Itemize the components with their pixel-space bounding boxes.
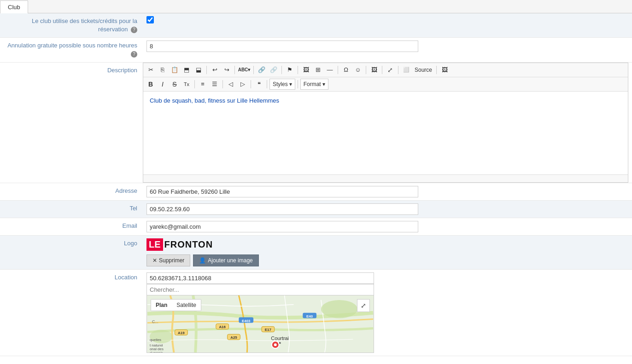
paste-plain-button[interactable]: ⬒ (181, 64, 192, 75)
svg-point-1 (321, 300, 357, 318)
separator2 (234, 66, 235, 74)
tel-label: Tel (0, 201, 143, 216)
unordered-list-button[interactable]: ☰ (209, 79, 220, 90)
map-plan-button[interactable]: Plan (151, 300, 172, 311)
separator13 (251, 80, 251, 88)
unlink-button[interactable]: 🔗 (268, 64, 279, 75)
map-container[interactable]: E40 E403 E40 A16 E17 A19 A25 (146, 295, 374, 353)
annulation-help-icon[interactable]: ? (131, 51, 137, 58)
separator7 (366, 66, 366, 74)
remove-format-button[interactable]: Tx (181, 79, 192, 90)
separator9 (398, 66, 398, 74)
tickets-label: Le club utilise des tickets/crédits pour… (0, 13, 143, 37)
redo-button[interactable]: ↪ (221, 64, 232, 75)
separator11 (194, 80, 195, 88)
form-section: Le club utilise des tickets/crédits pour… (0, 13, 632, 356)
map-search-input[interactable] (146, 284, 374, 295)
link-button[interactable]: 🔗 (256, 64, 267, 75)
svg-text:onal des: onal des (150, 347, 164, 351)
embed-image-button[interactable]: 🖼 (369, 64, 380, 75)
email-input-cell: yarekc@gmail.com (143, 218, 632, 235)
svg-text:A19: A19 (178, 331, 185, 335)
special-chars-button[interactable]: Ω (340, 64, 351, 75)
location-label: Location (0, 270, 143, 285)
user-icon: 👤 (199, 257, 206, 264)
hline-button[interactable]: — (324, 64, 335, 75)
email-row: Email yarekc@gmail.com (0, 218, 632, 236)
styles-dropdown[interactable]: Styles ▾ (269, 79, 295, 90)
tickets-row: Le club utilise des tickets/crédits pour… (0, 13, 632, 38)
separator15 (298, 80, 298, 88)
separator14 (267, 80, 267, 88)
location-row: Location 50.6283671,3.1118068 (0, 270, 632, 356)
source-icon[interactable]: ⬜ (401, 64, 412, 75)
image-button[interactable]: 🖼 (300, 64, 311, 75)
map-section: 50.6283671,3.1118068 (146, 272, 374, 353)
indent-right-button[interactable]: ▷ (237, 79, 248, 90)
rich-text-editor[interactable]: ✂ ⎘ 📋 ⬒ ⬓ ↩ ↪ ABC▾ 🔗 🔗 ⚑ 🖼 (143, 63, 628, 183)
paste-button[interactable]: 📋 (169, 64, 180, 75)
bold-button[interactable]: B (145, 79, 156, 90)
adresse-input-cell: 60 Rue Faidherbe, 59260 Lille (143, 183, 632, 200)
indent-left-button[interactable]: ◁ (225, 79, 236, 90)
separator6 (338, 66, 338, 74)
svg-text:E403: E403 (242, 318, 251, 323)
paste-word-button[interactable]: ⬓ (193, 64, 204, 75)
map-satellite-button[interactable]: Satellite (172, 300, 201, 311)
toolbar-row2: B I S Tx ≡ ☰ ◁ ▷ ❝ Styles ▾ (143, 77, 628, 92)
svg-point-29 (274, 343, 277, 346)
tickets-help-icon[interactable]: ? (131, 27, 137, 33)
tel-input[interactable]: 09.50.22.59.60 (146, 203, 418, 215)
logo-image: LEFRONTON (146, 238, 628, 251)
editor-content-area[interactable]: Club de squash, bad, fitness sur Lille H… (143, 92, 628, 174)
anchor-button[interactable]: ⚑ (284, 64, 295, 75)
ordered-list-button[interactable]: ≡ (197, 79, 208, 90)
tel-row: Tel 09.50.22.59.60 (0, 201, 632, 218)
svg-text:A16: A16 (219, 325, 226, 329)
fullscreen-icon: ⤢ (361, 302, 366, 309)
annulation-row: Annulation gratuite possible sous nombre… (0, 38, 632, 62)
description-row: Description ✂ ⎘ 📋 ⬒ ⬓ ↩ ↪ ABC▾ 🔗 (0, 63, 632, 183)
separator1 (206, 66, 207, 74)
styles-chevron-icon: ▾ (289, 81, 292, 87)
map-fullscreen-button[interactable]: ⤢ (357, 299, 370, 312)
spellcheck-button[interactable]: ABC▾ (237, 64, 251, 75)
logo-fronton-text: FRONTON (164, 239, 213, 250)
svg-text:E40: E40 (306, 314, 313, 318)
email-input[interactable]: yarekc@gmail.com (146, 221, 418, 232)
blockquote-button[interactable]: ❝ (253, 79, 264, 90)
source-button[interactable]: Source (413, 64, 434, 75)
svg-text:Courtrai: Courtrai (271, 335, 289, 341)
logo-input-cell: LEFRONTON ✕ Supprimer 👤 Ajouter une imag… (143, 236, 632, 269)
annulation-input[interactable]: 8 (146, 40, 418, 52)
svg-text:C...: C... (152, 319, 158, 324)
strikethrough-button[interactable]: S (169, 79, 180, 90)
table-button[interactable]: ⊞ (312, 64, 323, 75)
separator10 (436, 66, 437, 74)
separator12 (222, 80, 223, 88)
fullscreen-button[interactable]: ⤢ (385, 64, 396, 75)
annulation-input-cell: 8 (143, 38, 632, 55)
cut-button[interactable]: ✂ (145, 64, 156, 75)
adresse-row: Adresse 60 Rue Faidherbe, 59260 Lille (0, 183, 632, 201)
tab-club[interactable]: Club (0, 0, 28, 13)
undo-button[interactable]: ↩ (209, 64, 220, 75)
add-image-button[interactable]: 👤 Ajouter une image (193, 254, 258, 266)
logo-container: LEFRONTON ✕ Supprimer 👤 Ajouter une imag… (146, 238, 628, 266)
copy-button[interactable]: ⎘ (157, 64, 168, 75)
email-label: Email (0, 218, 143, 234)
map-type-bar: Plan Satellite (151, 299, 201, 311)
tickets-checkbox[interactable] (146, 16, 154, 23)
editor-status-bar (143, 174, 628, 182)
format-dropdown[interactable]: Format ▾ (300, 79, 328, 90)
img3-button[interactable]: 🖼 (439, 64, 450, 75)
coords-input[interactable]: 50.6283671,3.1118068 (146, 272, 374, 284)
delete-logo-button[interactable]: ✕ Supprimer (146, 254, 190, 266)
italic-button[interactable]: I (157, 79, 168, 90)
svg-text:quelles: quelles (150, 338, 161, 342)
tab-bar: Club (0, 0, 632, 13)
adresse-input[interactable]: 60 Rue Faidherbe, 59260 Lille (146, 186, 418, 197)
emoji-button[interactable]: ☺ (352, 64, 363, 75)
separator8 (382, 66, 382, 74)
annulation-label: Annulation gratuite possible sous nombre… (0, 38, 143, 62)
